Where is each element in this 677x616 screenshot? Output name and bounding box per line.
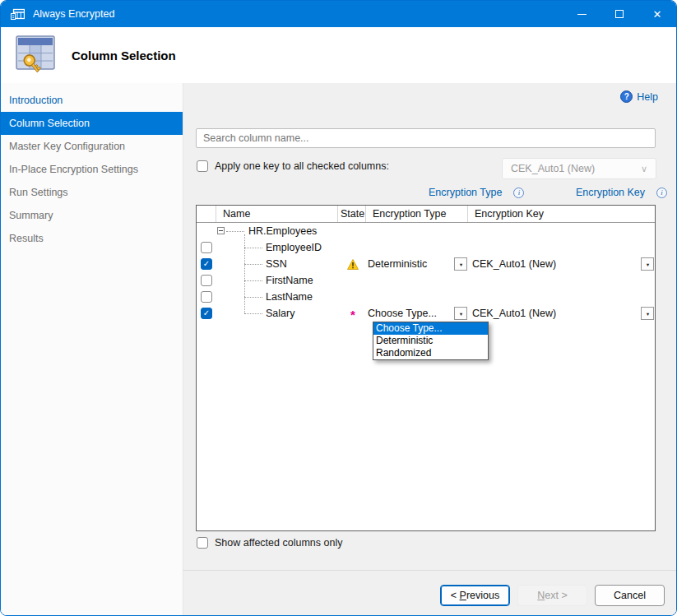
- ssn-encryption-key-value: CEK_Auto1 (New): [472, 258, 556, 270]
- sidebar-item-in-place-encryption-settings: In-Place Encryption Settings: [1, 158, 183, 181]
- required-asterisk-icon: *: [346, 308, 359, 319]
- encryption-type-info-icon[interactable]: i: [513, 188, 524, 198]
- column-name: EmployeeID: [266, 242, 322, 253]
- sidebar-item-summary: Summary: [1, 204, 183, 227]
- help-icon: ?: [620, 90, 633, 103]
- firstname-checkbox[interactable]: [201, 275, 212, 286]
- close-button[interactable]: ✕: [638, 1, 676, 27]
- help-link[interactable]: ? Help: [620, 90, 658, 103]
- ssn-encryption-key-dropdown-button[interactable]: [641, 257, 654, 271]
- header-checkbox-column: [197, 206, 216, 222]
- ssn-checkbox[interactable]: [201, 258, 212, 270]
- minimize-icon: [577, 14, 587, 15]
- sidebar-item-column-selection[interactable]: Column Selection: [1, 112, 183, 135]
- column-name: Salary: [266, 308, 294, 319]
- ssn-encryption-type-value: Deterministic: [368, 258, 427, 270]
- salary-checkbox[interactable]: [201, 308, 212, 319]
- header-encryption-key: Encryption Key: [468, 206, 655, 222]
- show-affected-columns-checkbox[interactable]: [197, 537, 208, 549]
- dropdown-option-deterministic[interactable]: Deterministic: [373, 335, 488, 347]
- table-row-ssn: SSN Deterministic CEK_Auto1 (New): [197, 256, 655, 272]
- cancel-button[interactable]: Cancel: [595, 585, 665, 606]
- table-row-group: HR.Employees: [197, 223, 655, 239]
- collapse-expander-icon[interactable]: [217, 227, 225, 234]
- salary-encryption-key-value: CEK_Auto1 (New): [472, 308, 556, 319]
- employeeid-checkbox[interactable]: [201, 242, 212, 253]
- lastname-checkbox[interactable]: [201, 291, 212, 303]
- apply-one-key-label: Apply one key to all checked columns:: [215, 160, 389, 172]
- page-title: Column Selection: [72, 49, 176, 63]
- header-encryption-type: Encryption Type: [366, 206, 468, 222]
- grid-header-row: Name State Encryption Type Encryption Ke…: [197, 206, 655, 223]
- chevron-down-icon: ∨: [641, 164, 647, 174]
- previous-button[interactable]: < Previous: [440, 585, 510, 606]
- warning-icon: [346, 258, 359, 270]
- search-input[interactable]: [196, 128, 656, 148]
- header-name: Name: [216, 206, 338, 222]
- dropdown-option-choose-type[interactable]: Choose Type...: [373, 322, 488, 335]
- title-bar: Always Encrypted ✕: [1, 1, 676, 27]
- footer-divider: [183, 570, 676, 571]
- table-key-icon: [12, 30, 58, 80]
- encryption-key-info-icon[interactable]: i: [656, 188, 667, 198]
- encryption-type-dropdown-list: Choose Type... Deterministic Randomized: [373, 322, 489, 360]
- help-label: Help: [637, 91, 658, 103]
- columns-grid: Name State Encryption Type Encryption Ke…: [196, 205, 656, 531]
- column-selection-panel: ? Help Apply one key to all checked colu…: [183, 83, 676, 615]
- sidebar-item-master-key-configuration: Master Key Configuration: [1, 135, 183, 158]
- app-icon: [11, 8, 25, 21]
- ssn-encryption-type-dropdown-button[interactable]: [454, 257, 467, 271]
- salary-encryption-key-dropdown-button[interactable]: [641, 307, 654, 320]
- salary-encryption-type-value: Choose Type...: [368, 308, 437, 319]
- table-row-lastname: LastName: [197, 289, 655, 305]
- cek-key-combobox: CEK_Auto1 (New) ∨: [502, 158, 656, 179]
- maximize-icon: [615, 10, 624, 18]
- wizard-steps-sidebar: Introduction Column Selection Master Key…: [1, 83, 183, 615]
- minimize-button[interactable]: [563, 1, 600, 27]
- sidebar-item-results: Results: [1, 227, 183, 250]
- table-row-employeeid: EmployeeID: [197, 239, 655, 256]
- table-row-salary: Salary * Choose Type... CEK_Auto1 (New): [197, 305, 655, 322]
- dropdown-option-randomized[interactable]: Randomized: [373, 347, 488, 359]
- group-label: HR.Employees: [248, 225, 317, 237]
- cek-key-value: CEK_Auto1 (New): [511, 163, 595, 174]
- salary-encryption-type-dropdown-button[interactable]: [454, 307, 467, 320]
- column-name: FirstName: [266, 275, 313, 286]
- always-encrypted-wizard-window: Always Encrypted ✕: [0, 0, 677, 616]
- show-affected-columns-label: Show affected columns only: [215, 537, 342, 549]
- encryption-type-link[interactable]: Encryption Type: [429, 187, 502, 198]
- wizard-header: Column Selection: [1, 27, 676, 83]
- next-button: Next >: [517, 585, 587, 606]
- column-name: LastName: [266, 291, 313, 303]
- column-name: SSN: [266, 258, 287, 270]
- maximize-button[interactable]: [600, 1, 638, 27]
- window-title: Always Encrypted: [33, 8, 114, 20]
- close-icon: ✕: [653, 9, 662, 20]
- sidebar-item-introduction[interactable]: Introduction: [1, 89, 183, 112]
- apply-one-key-checkbox[interactable]: [197, 160, 208, 172]
- table-row-firstname: FirstName: [197, 272, 655, 289]
- header-state: State: [338, 206, 366, 222]
- encryption-key-link[interactable]: Encryption Key: [576, 187, 645, 198]
- sidebar-item-run-settings: Run Settings: [1, 181, 183, 204]
